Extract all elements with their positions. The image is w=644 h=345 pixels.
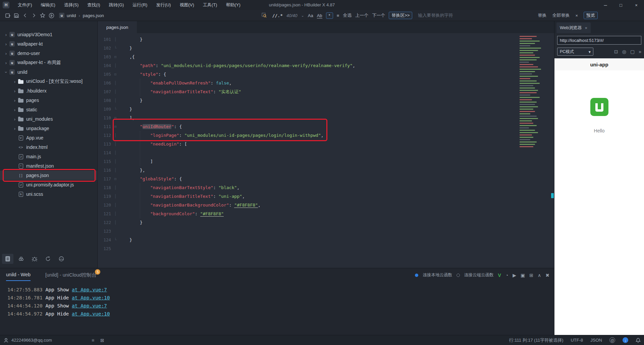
- connection-label-[interactable]: 连接本地云函数: [423, 272, 452, 278]
- search-history-chevron-icon[interactable]: ⌄: [301, 13, 304, 18]
- sidebar-item-unicloud-woso[interactable]: ›uniCloud - [支付宝云:woso]: [0, 77, 97, 86]
- line-number[interactable]: 122: [98, 218, 111, 227]
- code-line-106[interactable]: 106│"enablePullDownRefresh": false,: [98, 79, 517, 88]
- fold-icon[interactable]: ⊟: [111, 114, 120, 122]
- code-line-120[interactable]: 120│"navigationBarBackgroundColor": "#F8…: [98, 201, 517, 210]
- maximize-button[interactable]: □: [613, 0, 629, 10]
- url-input[interactable]: [557, 36, 641, 45]
- code-line-101[interactable]: 101│}: [98, 35, 517, 44]
- close-panel-icon[interactable]: ⊠: [100, 338, 104, 343]
- menu-item-v[interactable]: 视图(V): [175, 0, 198, 10]
- close-browser-tab-icon[interactable]: ×: [585, 25, 588, 31]
- line-number[interactable]: 106: [98, 79, 111, 88]
- breadcrumb-file[interactable]: pages.json: [83, 13, 104, 18]
- code-line-110[interactable]: 110⊟],: [98, 114, 517, 122]
- line-number[interactable]: 120: [98, 201, 111, 210]
- export-icon[interactable]: ⊞: [529, 273, 533, 278]
- line-number[interactable]: 105: [98, 70, 111, 79]
- code-line-116[interactable]: 116│},: [98, 166, 517, 175]
- replace-zone-button[interactable]: 替换区>>: [389, 12, 412, 19]
- code-line-119[interactable]: 119│"navigationBarTitleText": "uni-app",: [98, 192, 517, 201]
- code-line-109[interactable]: 109└}: [98, 105, 517, 114]
- log-source-link[interactable]: at App.vue:7: [72, 303, 107, 308]
- replace-input[interactable]: 输入要替换的字符: [418, 12, 458, 18]
- feedback-icon[interactable]: @: [609, 337, 615, 343]
- forward-icon[interactable]: [30, 11, 38, 19]
- fold-icon[interactable]: ⊟: [111, 70, 120, 79]
- code-line-115[interactable]: 115│]: [98, 157, 517, 166]
- fold-icon[interactable]: ⊟: [111, 122, 120, 131]
- match-case-toggle[interactable]: Aa: [308, 13, 313, 18]
- code-editor[interactable]: 101│}102└}103⊟,{104│"path": "uni_modules…: [98, 33, 554, 268]
- chevron-collapsed-icon[interactable]: ›: [12, 107, 17, 112]
- sidebar-item-uniappv3demo1[interactable]: ›uuniappV3Demo1: [0, 30, 97, 39]
- chevron-expanded-icon[interactable]: ›: [4, 69, 9, 75]
- account-email[interactable]: 422249663@qq.com: [11, 338, 52, 343]
- file-encoding[interactable]: UTF-8: [571, 338, 583, 343]
- minimap[interactable]: [520, 36, 550, 149]
- chevron-collapsed-icon[interactable]: ›: [12, 79, 17, 84]
- code-line-124[interactable]: 124└}: [98, 236, 517, 244]
- chevron-collapsed-icon[interactable]: ›: [3, 51, 9, 56]
- menu-item-s[interactable]: 选择(S): [60, 0, 83, 10]
- find-next-button[interactable]: 下一个: [372, 12, 385, 18]
- tab-web-browser[interactable]: Web浏览器 ×: [556, 22, 591, 33]
- line-number[interactable]: 125: [98, 244, 111, 253]
- panel-icon[interactable]: ▣: [521, 273, 525, 278]
- menu-item-r[interactable]: 运行(R): [128, 0, 152, 10]
- history-icon[interactable]: ◔: [505, 273, 508, 278]
- chevron-collapsed-icon[interactable]: ›: [3, 32, 9, 37]
- code-line-104[interactable]: 104│"path": "uni_modules/uni-id-pages/pa…: [98, 61, 517, 70]
- menu-item-e[interactable]: 编辑(E): [37, 0, 60, 10]
- line-number[interactable]: 109: [98, 105, 111, 114]
- vue-devtools-badge[interactable]: V: [498, 273, 501, 278]
- close-search-icon[interactable]: ×: [575, 13, 578, 18]
- in-selection-toggle[interactable]: ≡: [337, 13, 339, 18]
- line-number[interactable]: 117: [98, 175, 111, 183]
- console-tab-unild-web[interactable]: unild - Web: [6, 272, 31, 281]
- line-number[interactable]: 116: [98, 166, 111, 175]
- preview-button[interactable]: 预览: [584, 12, 598, 19]
- select-all-button[interactable]: 全选: [343, 12, 352, 18]
- console-tab-unild-unicloud[interactable]: [unild] - uniCloud控制台5: [45, 272, 96, 281]
- whole-word-toggle[interactable]: Ab: [317, 13, 322, 18]
- code-line-114[interactable]: 114│: [98, 149, 517, 157]
- minimize-button[interactable]: ─: [598, 0, 613, 10]
- code-line-102[interactable]: 102└}: [98, 44, 517, 53]
- cloud-panel-icon[interactable]: [56, 254, 67, 264]
- file-language[interactable]: JSON: [590, 338, 602, 343]
- sidebar-item-pages[interactable]: ›pages: [0, 96, 97, 105]
- sidebar-item-app-vue[interactable]: VApp.vue: [0, 133, 97, 142]
- device-mode-select[interactable]: PC模式 ▾: [557, 48, 593, 56]
- clear-icon[interactable]: ✖: [545, 273, 549, 278]
- line-number[interactable]: 101: [98, 35, 111, 44]
- line-number[interactable]: 121: [98, 210, 111, 218]
- run-icon[interactable]: [47, 11, 56, 19]
- sidebar-item-main-js[interactable]: Jmain.js: [0, 152, 97, 161]
- line-number[interactable]: 119: [98, 192, 111, 201]
- chevron-collapsed-icon[interactable]: ›: [12, 98, 17, 103]
- open-external-icon[interactable]: ⊡: [614, 49, 618, 54]
- update-download-icon[interactable]: ↓: [623, 337, 628, 343]
- sidebar-item-unild[interactable]: ›uunild: [0, 67, 97, 77]
- bookmark-star-icon[interactable]: [38, 11, 47, 19]
- fold-icon[interactable]: ⊟: [111, 175, 120, 183]
- menu-item-t[interactable]: 工具(T): [199, 0, 222, 10]
- sidebar-item-static[interactable]: ›static: [0, 105, 97, 114]
- line-number[interactable]: 123: [98, 227, 111, 236]
- line-number[interactable]: 103: [98, 53, 111, 61]
- line-number[interactable]: 114: [98, 149, 111, 157]
- code-line-112[interactable]: 112│"loginPage": "uni_modules/uni-id-pag…: [98, 131, 517, 140]
- sidebar-item-wallpaper-kt[interactable]: ›uwallpaper-kt: [0, 39, 97, 49]
- fold-icon[interactable]: ⊟: [111, 53, 120, 61]
- chevron-collapsed-icon[interactable]: ›: [3, 42, 9, 47]
- code-line-121[interactable]: 121│"backgroundColor": "#F8F8F8": [98, 210, 517, 218]
- find-previous-button[interactable]: 上一个: [355, 12, 368, 18]
- line-number[interactable]: 104: [98, 61, 111, 70]
- more-icon[interactable]: »: [639, 49, 641, 54]
- sidebar-item-pages-json[interactable]: [ ]pages.json: [0, 171, 97, 180]
- notification-bell-icon[interactable]: [636, 338, 641, 343]
- line-number[interactable]: 113: [98, 140, 111, 149]
- explorer-tab-icon[interactable]: [2, 254, 13, 264]
- chevron-collapsed-icon[interactable]: ›: [12, 117, 17, 122]
